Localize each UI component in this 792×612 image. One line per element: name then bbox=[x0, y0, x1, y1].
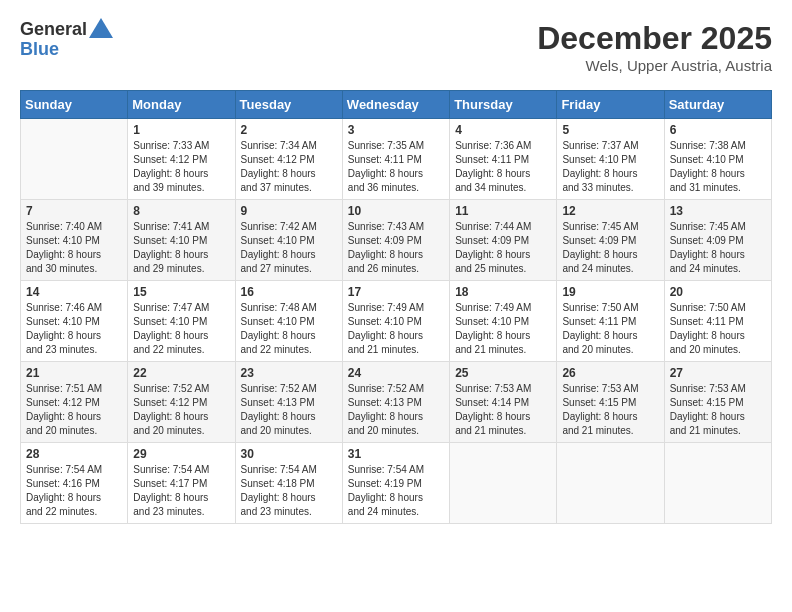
day-info: Sunrise: 7:50 AM Sunset: 4:11 PM Dayligh… bbox=[562, 301, 658, 357]
day-number: 8 bbox=[133, 204, 229, 218]
calendar-week-row: 28Sunrise: 7:54 AM Sunset: 4:16 PM Dayli… bbox=[21, 443, 772, 524]
calendar-day-cell: 31Sunrise: 7:54 AM Sunset: 4:19 PM Dayli… bbox=[342, 443, 449, 524]
title-section: December 2025 Wels, Upper Austria, Austr… bbox=[537, 20, 772, 74]
calendar-day-cell: 5Sunrise: 7:37 AM Sunset: 4:10 PM Daylig… bbox=[557, 119, 664, 200]
day-info: Sunrise: 7:33 AM Sunset: 4:12 PM Dayligh… bbox=[133, 139, 229, 195]
day-number: 13 bbox=[670, 204, 766, 218]
calendar-day-cell: 19Sunrise: 7:50 AM Sunset: 4:11 PM Dayli… bbox=[557, 281, 664, 362]
page-header: General Blue December 2025 Wels, Upper A… bbox=[20, 20, 772, 74]
svg-marker-0 bbox=[89, 18, 113, 38]
day-info: Sunrise: 7:40 AM Sunset: 4:10 PM Dayligh… bbox=[26, 220, 122, 276]
calendar-week-row: 21Sunrise: 7:51 AM Sunset: 4:12 PM Dayli… bbox=[21, 362, 772, 443]
day-info: Sunrise: 7:52 AM Sunset: 4:12 PM Dayligh… bbox=[133, 382, 229, 438]
day-number: 14 bbox=[26, 285, 122, 299]
calendar-weekday-header: Sunday bbox=[21, 91, 128, 119]
day-info: Sunrise: 7:41 AM Sunset: 4:10 PM Dayligh… bbox=[133, 220, 229, 276]
day-info: Sunrise: 7:53 AM Sunset: 4:15 PM Dayligh… bbox=[670, 382, 766, 438]
calendar-day-cell: 24Sunrise: 7:52 AM Sunset: 4:13 PM Dayli… bbox=[342, 362, 449, 443]
calendar-day-cell: 14Sunrise: 7:46 AM Sunset: 4:10 PM Dayli… bbox=[21, 281, 128, 362]
calendar-day-cell: 13Sunrise: 7:45 AM Sunset: 4:09 PM Dayli… bbox=[664, 200, 771, 281]
calendar-week-row: 1Sunrise: 7:33 AM Sunset: 4:12 PM Daylig… bbox=[21, 119, 772, 200]
day-info: Sunrise: 7:46 AM Sunset: 4:10 PM Dayligh… bbox=[26, 301, 122, 357]
logo-icon bbox=[89, 18, 113, 38]
day-info: Sunrise: 7:36 AM Sunset: 4:11 PM Dayligh… bbox=[455, 139, 551, 195]
calendar-day-cell: 22Sunrise: 7:52 AM Sunset: 4:12 PM Dayli… bbox=[128, 362, 235, 443]
day-number: 16 bbox=[241, 285, 337, 299]
logo-general-text: General bbox=[20, 20, 87, 40]
day-number: 23 bbox=[241, 366, 337, 380]
day-number: 4 bbox=[455, 123, 551, 137]
day-number: 29 bbox=[133, 447, 229, 461]
calendar-day-cell: 15Sunrise: 7:47 AM Sunset: 4:10 PM Dayli… bbox=[128, 281, 235, 362]
day-number: 5 bbox=[562, 123, 658, 137]
calendar-day-cell: 16Sunrise: 7:48 AM Sunset: 4:10 PM Dayli… bbox=[235, 281, 342, 362]
calendar-day-cell: 28Sunrise: 7:54 AM Sunset: 4:16 PM Dayli… bbox=[21, 443, 128, 524]
day-info: Sunrise: 7:34 AM Sunset: 4:12 PM Dayligh… bbox=[241, 139, 337, 195]
calendar-week-row: 7Sunrise: 7:40 AM Sunset: 4:10 PM Daylig… bbox=[21, 200, 772, 281]
day-number: 15 bbox=[133, 285, 229, 299]
day-info: Sunrise: 7:50 AM Sunset: 4:11 PM Dayligh… bbox=[670, 301, 766, 357]
calendar-day-cell bbox=[664, 443, 771, 524]
calendar-table: SundayMondayTuesdayWednesdayThursdayFrid… bbox=[20, 90, 772, 524]
calendar-day-cell bbox=[21, 119, 128, 200]
calendar-day-cell: 20Sunrise: 7:50 AM Sunset: 4:11 PM Dayli… bbox=[664, 281, 771, 362]
day-info: Sunrise: 7:35 AM Sunset: 4:11 PM Dayligh… bbox=[348, 139, 444, 195]
day-info: Sunrise: 7:47 AM Sunset: 4:10 PM Dayligh… bbox=[133, 301, 229, 357]
day-info: Sunrise: 7:43 AM Sunset: 4:09 PM Dayligh… bbox=[348, 220, 444, 276]
calendar-day-cell: 2Sunrise: 7:34 AM Sunset: 4:12 PM Daylig… bbox=[235, 119, 342, 200]
calendar-day-cell: 21Sunrise: 7:51 AM Sunset: 4:12 PM Dayli… bbox=[21, 362, 128, 443]
calendar-day-cell: 8Sunrise: 7:41 AM Sunset: 4:10 PM Daylig… bbox=[128, 200, 235, 281]
day-number: 25 bbox=[455, 366, 551, 380]
logo-blue-text: Blue bbox=[20, 40, 113, 60]
calendar-day-cell bbox=[450, 443, 557, 524]
calendar-day-cell: 6Sunrise: 7:38 AM Sunset: 4:10 PM Daylig… bbox=[664, 119, 771, 200]
day-info: Sunrise: 7:44 AM Sunset: 4:09 PM Dayligh… bbox=[455, 220, 551, 276]
calendar-day-cell: 25Sunrise: 7:53 AM Sunset: 4:14 PM Dayli… bbox=[450, 362, 557, 443]
day-number: 6 bbox=[670, 123, 766, 137]
day-number: 21 bbox=[26, 366, 122, 380]
day-number: 3 bbox=[348, 123, 444, 137]
day-number: 10 bbox=[348, 204, 444, 218]
day-number: 27 bbox=[670, 366, 766, 380]
calendar-week-row: 14Sunrise: 7:46 AM Sunset: 4:10 PM Dayli… bbox=[21, 281, 772, 362]
day-info: Sunrise: 7:51 AM Sunset: 4:12 PM Dayligh… bbox=[26, 382, 122, 438]
day-info: Sunrise: 7:53 AM Sunset: 4:15 PM Dayligh… bbox=[562, 382, 658, 438]
logo: General Blue bbox=[20, 20, 113, 60]
day-info: Sunrise: 7:38 AM Sunset: 4:10 PM Dayligh… bbox=[670, 139, 766, 195]
day-info: Sunrise: 7:54 AM Sunset: 4:16 PM Dayligh… bbox=[26, 463, 122, 519]
day-number: 20 bbox=[670, 285, 766, 299]
calendar-weekday-header: Friday bbox=[557, 91, 664, 119]
location-text: Wels, Upper Austria, Austria bbox=[537, 57, 772, 74]
calendar-day-cell bbox=[557, 443, 664, 524]
calendar-day-cell: 29Sunrise: 7:54 AM Sunset: 4:17 PM Dayli… bbox=[128, 443, 235, 524]
month-title: December 2025 bbox=[537, 20, 772, 57]
calendar-day-cell: 18Sunrise: 7:49 AM Sunset: 4:10 PM Dayli… bbox=[450, 281, 557, 362]
calendar-day-cell: 17Sunrise: 7:49 AM Sunset: 4:10 PM Dayli… bbox=[342, 281, 449, 362]
day-info: Sunrise: 7:52 AM Sunset: 4:13 PM Dayligh… bbox=[241, 382, 337, 438]
calendar-header-row: SundayMondayTuesdayWednesdayThursdayFrid… bbox=[21, 91, 772, 119]
day-info: Sunrise: 7:49 AM Sunset: 4:10 PM Dayligh… bbox=[348, 301, 444, 357]
day-info: Sunrise: 7:37 AM Sunset: 4:10 PM Dayligh… bbox=[562, 139, 658, 195]
day-number: 26 bbox=[562, 366, 658, 380]
calendar-day-cell: 27Sunrise: 7:53 AM Sunset: 4:15 PM Dayli… bbox=[664, 362, 771, 443]
day-number: 31 bbox=[348, 447, 444, 461]
day-info: Sunrise: 7:48 AM Sunset: 4:10 PM Dayligh… bbox=[241, 301, 337, 357]
calendar-weekday-header: Tuesday bbox=[235, 91, 342, 119]
calendar-weekday-header: Wednesday bbox=[342, 91, 449, 119]
calendar-day-cell: 26Sunrise: 7:53 AM Sunset: 4:15 PM Dayli… bbox=[557, 362, 664, 443]
calendar-weekday-header: Monday bbox=[128, 91, 235, 119]
day-number: 12 bbox=[562, 204, 658, 218]
calendar-day-cell: 1Sunrise: 7:33 AM Sunset: 4:12 PM Daylig… bbox=[128, 119, 235, 200]
day-info: Sunrise: 7:54 AM Sunset: 4:18 PM Dayligh… bbox=[241, 463, 337, 519]
day-info: Sunrise: 7:42 AM Sunset: 4:10 PM Dayligh… bbox=[241, 220, 337, 276]
day-info: Sunrise: 7:45 AM Sunset: 4:09 PM Dayligh… bbox=[670, 220, 766, 276]
calendar-day-cell: 7Sunrise: 7:40 AM Sunset: 4:10 PM Daylig… bbox=[21, 200, 128, 281]
day-number: 1 bbox=[133, 123, 229, 137]
day-info: Sunrise: 7:45 AM Sunset: 4:09 PM Dayligh… bbox=[562, 220, 658, 276]
day-number: 2 bbox=[241, 123, 337, 137]
calendar-weekday-header: Saturday bbox=[664, 91, 771, 119]
calendar-day-cell: 11Sunrise: 7:44 AM Sunset: 4:09 PM Dayli… bbox=[450, 200, 557, 281]
day-number: 17 bbox=[348, 285, 444, 299]
day-info: Sunrise: 7:54 AM Sunset: 4:17 PM Dayligh… bbox=[133, 463, 229, 519]
day-info: Sunrise: 7:52 AM Sunset: 4:13 PM Dayligh… bbox=[348, 382, 444, 438]
